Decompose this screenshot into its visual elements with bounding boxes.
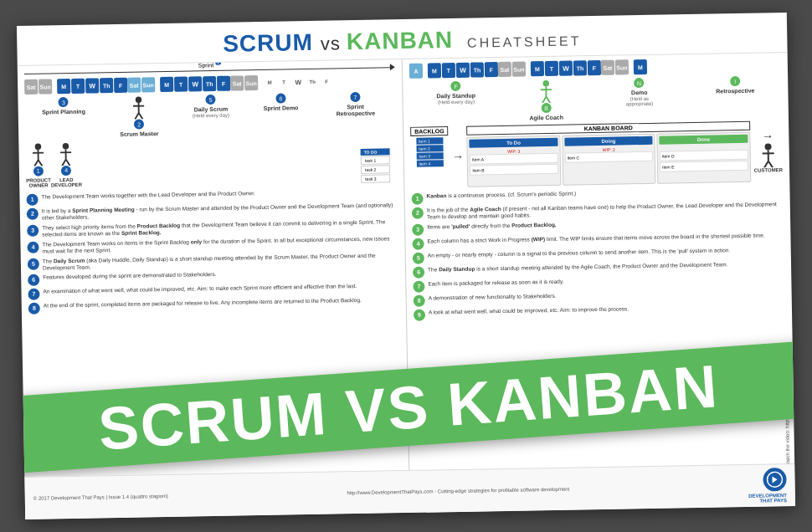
agile-coach-figure xyxy=(537,79,554,103)
svg-line-14 xyxy=(66,159,70,166)
person-num-1: 1 xyxy=(33,166,44,176)
cal-f3: F xyxy=(320,74,333,89)
ceremony-label-7: Sprint Retrospective xyxy=(332,104,378,117)
scrum-text-1: The Development Team works together with… xyxy=(41,190,254,201)
svg-line-24 xyxy=(768,161,773,168)
person-num-4: 4 xyxy=(61,166,71,176)
k-cal-th2: Th xyxy=(573,60,587,75)
cal-f2: F xyxy=(217,76,230,91)
lead-developer-svg xyxy=(58,142,75,166)
product-owner-figure: 1 ProductOwner xyxy=(25,142,51,189)
kanban-ceremonies-row: F Daily Standup (Held every day) B Agile… xyxy=(409,75,782,123)
k-cal-t2: T xyxy=(545,61,558,76)
cal-sat3: Sat xyxy=(230,75,244,90)
cal-m2: M xyxy=(160,77,173,92)
kanban-calendar-row: A M T W Th F Sat Sun M T W xyxy=(409,57,781,79)
vs-text: vs xyxy=(321,33,347,54)
cal-m3: M xyxy=(263,75,276,90)
ceremony-num-2: 2 xyxy=(134,119,144,129)
scrum-numbered-list: 1 The Development Team works together wi… xyxy=(26,187,398,315)
ceremony-num-7: 7 xyxy=(350,92,360,102)
ceremony-demo: N Demo (Held as appropriate) xyxy=(616,78,663,107)
cal-th2: Th xyxy=(203,76,216,91)
calendar-row: Sat Sun M T W Th F Sat Sun M xyxy=(24,73,395,95)
customer-label: CUSTOMER xyxy=(754,167,783,173)
kanban-num-8: 8 xyxy=(414,294,425,306)
kanban-col-todo-header: To Do xyxy=(470,138,558,148)
logo-text: DEVELOPMENTTHAT PAYS xyxy=(748,493,787,504)
footer-logo: DEVELOPMENTTHAT PAYS xyxy=(748,468,787,504)
svg-line-19 xyxy=(546,97,550,104)
ceremony-retrospective: 7 Sprint Retrospective xyxy=(332,92,379,117)
cal-w2: W xyxy=(188,76,202,91)
svg-point-15 xyxy=(542,80,549,87)
ceremony-sub-5: (Held every day) xyxy=(193,112,229,118)
backlog-section: BACKLOG item 1 item 2 item 3 item 4 xyxy=(410,126,449,167)
kanban-card-5: item E xyxy=(660,161,748,172)
kanban-text-1: Kanban is a continuous process. (cf. Scr… xyxy=(426,190,576,200)
ceremony-sprint-planning: 3 Sprint Planning xyxy=(42,97,85,116)
kanban-text-8: A demonstration of new functionality to … xyxy=(429,292,557,301)
scrum-num-6: 6 xyxy=(28,274,39,286)
kanban-col-doing: Doing WIP: 2 item C xyxy=(562,133,655,185)
k-cal-m1: M xyxy=(428,63,441,78)
kanban-col-done: Done item D item E xyxy=(657,131,751,183)
cal-w1: W xyxy=(85,78,99,93)
scrum-num-4: 4 xyxy=(27,241,39,253)
kanban-num-3: 3 xyxy=(412,223,424,235)
svg-line-23 xyxy=(764,161,768,168)
kanban-num-6: 6 xyxy=(413,266,424,278)
board-arrow-1: → xyxy=(452,150,464,163)
kanban-col-todo: To Do WIP: 3 item A item B xyxy=(467,135,561,187)
customer-section: → CUSTOMER xyxy=(753,129,783,173)
scrum-num-7: 7 xyxy=(28,289,39,300)
ceremony-daily-standup: F Daily Standup (Held every day) xyxy=(436,81,475,105)
footer-center: http://www.DevelopmentThatPays.com - Cut… xyxy=(347,487,569,496)
k-cal-sun1: Sun xyxy=(512,61,526,76)
kanban-card-2: item B xyxy=(470,163,558,175)
svg-line-8 xyxy=(34,160,39,166)
ceremony-retro: I Retrospective xyxy=(716,76,755,95)
kanban-numbered-list: 1 Kanban is a continuous process. (cf. S… xyxy=(411,187,785,321)
cal-th3: Th xyxy=(306,74,319,90)
kanban-board-diagram: BACKLOG item 1 item 2 item 3 item 4 → KA… xyxy=(410,120,783,188)
ceremony-sub-standup: (Held every day) xyxy=(438,99,475,105)
kanban-num-9: 9 xyxy=(414,309,425,320)
cal-t2: T xyxy=(174,77,188,92)
lead-developer-label: LeadDeveloper xyxy=(51,176,82,188)
k-cal-f1: F xyxy=(485,62,498,77)
cheatsheet-document: SCRUM vs KANBAN CHEATSHEET Sprint 1 Sat xyxy=(17,13,795,519)
ceremony-agile-coach: B Agile Coach xyxy=(529,79,563,121)
scrum-title: SCRUM xyxy=(223,29,313,57)
k-cal-m3: M xyxy=(634,59,647,74)
svg-point-10 xyxy=(63,143,69,150)
ceremony-label-2: Scrum Master xyxy=(120,130,158,137)
kanban-card-3: item C xyxy=(565,151,654,163)
cal-sun3: Sun xyxy=(244,75,258,90)
logo-circle xyxy=(763,468,786,491)
k-cal-a: A xyxy=(409,64,423,79)
cal-th1: Th xyxy=(100,78,113,93)
scrum-text-6: Features developed during the sprint are… xyxy=(43,271,217,281)
cal-sat1: Sat xyxy=(24,79,38,95)
cal-t3: T xyxy=(277,74,290,90)
backlog-items: item 1 item 2 item 3 item 4 xyxy=(416,137,444,167)
k-cal-w1: W xyxy=(456,63,470,78)
ceremony-num-i: I xyxy=(730,76,740,86)
k-cal-t1: T xyxy=(442,63,455,78)
cal-t1: T xyxy=(71,79,85,94)
customer-figure-svg xyxy=(758,142,778,167)
ceremony-num-n: N xyxy=(634,78,644,88)
svg-point-0 xyxy=(136,96,142,103)
kanban-card-4: item D xyxy=(660,150,748,161)
ceremony-num-6: 6 xyxy=(275,93,285,103)
cal-sun1: Sun xyxy=(39,79,52,94)
k-cal-m2: M xyxy=(531,61,544,76)
scrum-num-2: 2 xyxy=(27,208,39,220)
ceremony-num-5: 5 xyxy=(206,95,216,105)
product-owner-svg xyxy=(29,142,46,166)
scrum-num-1: 1 xyxy=(26,194,38,206)
ceremony-sprint-demo: 6 Sprint Demo xyxy=(263,93,298,111)
cal-sat2: Sat xyxy=(127,77,141,92)
ceremony-sub-demo: (Held as appropriate) xyxy=(616,95,662,106)
